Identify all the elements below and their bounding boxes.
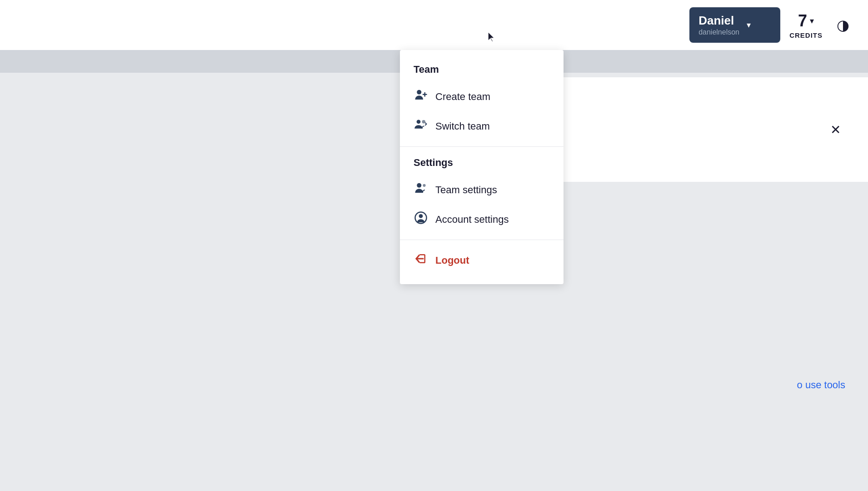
divider-2 — [400, 240, 564, 240]
divider-1 — [400, 146, 564, 147]
navbar: Daniel danielnelson ▾ 7 ▾ CREDITS ◑ — [0, 0, 868, 50]
create-team-item[interactable]: Create team — [400, 82, 564, 111]
user-info: Daniel danielnelson — [698, 14, 739, 36]
svg-point-8 — [419, 214, 423, 218]
svg-point-6 — [423, 184, 425, 187]
credits-section[interactable]: 7 ▾ CREDITS — [789, 11, 823, 39]
switch-team-icon — [414, 118, 428, 135]
svg-point-0 — [417, 90, 421, 95]
tools-link[interactable]: o use tools — [797, 379, 845, 391]
create-team-label: Create team — [435, 91, 490, 103]
settings-section-title: Settings — [400, 152, 564, 175]
chevron-down-icon: ▾ — [747, 20, 751, 30]
navbar-right: Daniel danielnelson ▾ 7 ▾ CREDITS ◑ — [689, 7, 854, 42]
user-dropdown-button[interactable]: Daniel danielnelson ▾ — [689, 7, 780, 42]
switch-team-label: Switch team — [435, 120, 490, 132]
team-settings-item[interactable]: Team settings — [400, 175, 564, 205]
logout-item[interactable]: Logout — [400, 246, 564, 275]
account-settings-item[interactable]: Account settings — [400, 205, 564, 234]
logout-icon — [414, 252, 428, 269]
credits-label: CREDITS — [789, 31, 823, 39]
create-team-icon — [414, 88, 428, 105]
account-settings-icon — [414, 211, 428, 228]
logout-label: Logout — [435, 255, 469, 266]
switch-team-item[interactable]: Switch team — [400, 111, 564, 141]
theme-toggle-button[interactable]: ◑ — [832, 14, 854, 36]
team-settings-label: Team settings — [435, 184, 497, 196]
close-button[interactable]: ✕ — [830, 122, 841, 137]
svg-point-3 — [417, 120, 421, 124]
credits-chevron-icon: ▾ — [810, 16, 814, 26]
user-username: danielnelson — [698, 28, 739, 36]
svg-point-4 — [422, 120, 426, 124]
credits-top: 7 ▾ — [798, 11, 814, 30]
account-settings-label: Account settings — [435, 214, 509, 225]
user-name: Daniel — [698, 14, 734, 28]
dropdown-menu: Team Create team Switch team Sett — [400, 50, 564, 284]
team-section-title: Team — [400, 59, 564, 82]
credits-count: 7 — [798, 11, 807, 30]
svg-point-5 — [417, 183, 421, 188]
theme-icon: ◑ — [837, 16, 849, 34]
team-settings-icon — [414, 181, 428, 198]
